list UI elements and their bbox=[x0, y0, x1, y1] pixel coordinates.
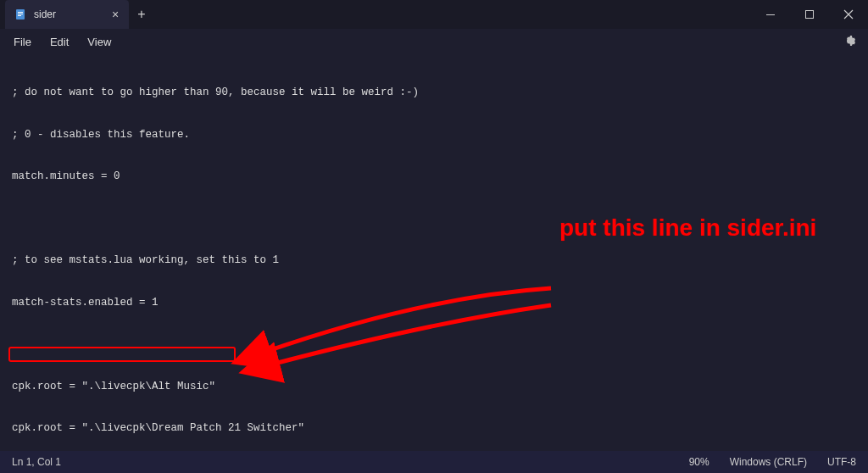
titlebar: sider × + bbox=[0, 0, 868, 29]
code-line: cpk.root = ".\livecpk\Alt Music" bbox=[12, 380, 856, 394]
close-tab-icon[interactable]: × bbox=[112, 8, 119, 21]
status-eol[interactable]: Windows (CRLF) bbox=[730, 456, 807, 468]
svg-rect-4 bbox=[766, 14, 775, 15]
svg-rect-5 bbox=[806, 11, 814, 19]
code-line: match-stats.enabled = 1 bbox=[12, 296, 856, 310]
menu-view[interactable]: View bbox=[79, 32, 120, 52]
status-encoding[interactable]: UTF-8 bbox=[827, 456, 856, 468]
settings-button[interactable] bbox=[836, 31, 863, 53]
svg-rect-3 bbox=[18, 15, 21, 16]
svg-rect-1 bbox=[18, 12, 23, 13]
code-line: match.minutes = 0 bbox=[12, 170, 856, 184]
code-line: ; 0 - disables this feature. bbox=[12, 128, 856, 142]
status-zoom[interactable]: 90% bbox=[689, 456, 709, 468]
code-line: cpk.root = ".\livecpk\Dream Patch 21 Swi… bbox=[12, 421, 856, 436]
menu-edit[interactable]: Edit bbox=[42, 32, 77, 52]
code-line bbox=[12, 212, 856, 226]
svg-rect-2 bbox=[18, 14, 23, 14]
code-line: ; do not want to go higher than 90, beca… bbox=[12, 86, 856, 100]
close-window-button[interactable] bbox=[829, 0, 868, 29]
window-controls bbox=[751, 0, 868, 29]
maximize-button[interactable] bbox=[790, 0, 829, 29]
gear-icon bbox=[843, 37, 856, 50]
titlebar-left: sider × + bbox=[0, 0, 154, 29]
editor-area[interactable]: ; do not want to go higher than 90, beca… bbox=[0, 54, 868, 451]
statusbar: Ln 1, Col 1 90% Windows (CRLF) UTF-8 bbox=[0, 451, 868, 473]
active-tab[interactable]: sider × bbox=[5, 0, 129, 29]
code-line bbox=[12, 337, 856, 352]
menubar: File Edit View bbox=[0, 29, 868, 54]
new-tab-button[interactable]: + bbox=[129, 7, 153, 22]
tab-title: sider bbox=[34, 8, 56, 20]
minimize-button[interactable] bbox=[751, 0, 790, 29]
file-icon bbox=[14, 8, 27, 21]
status-right: 90% Windows (CRLF) UTF-8 bbox=[689, 456, 856, 468]
code-line: ; to see mstats.lua working, set this to… bbox=[12, 253, 856, 268]
menus: File Edit View bbox=[5, 32, 120, 52]
menu-file[interactable]: File bbox=[5, 32, 40, 52]
status-position[interactable]: Ln 1, Col 1 bbox=[12, 456, 61, 468]
